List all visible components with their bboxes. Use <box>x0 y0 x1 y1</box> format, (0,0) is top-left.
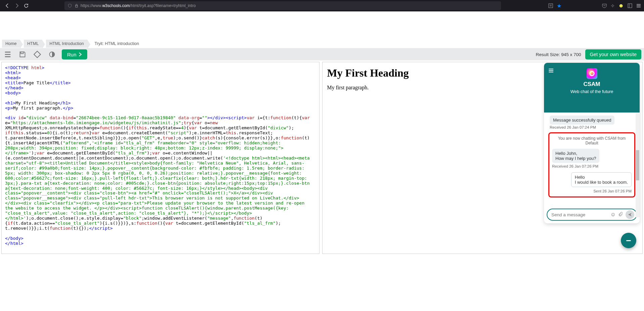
menu-icon[interactable] <box>3 49 13 59</box>
highlighted-region: You are now chatting with CSAM from Defa… <box>548 132 635 197</box>
chat-widget: CSAM Web chat of the future Message succ… <box>544 63 640 223</box>
shield-icon <box>68 4 72 8</box>
send-button[interactable] <box>626 210 634 219</box>
split-panes: <!DOCTYPE html> <html> <head> <title>Pag… <box>0 60 644 255</box>
reload-button[interactable] <box>21 1 31 10</box>
attach-icon[interactable] <box>617 212 624 218</box>
emoji-icon[interactable]: ☺ <box>609 212 617 218</box>
status-bubble: Message successfully queued <box>550 116 614 125</box>
crumb-intro[interactable]: HTML Introduction <box>46 40 87 48</box>
breadcrumb: Home HTML HTML Introduction Tryit: HTML … <box>0 39 644 48</box>
theme-icon[interactable] <box>47 49 57 59</box>
sparkle-icon[interactable]: ✧ <box>610 3 615 9</box>
url-text: https://www.w3schools.com/html/tryit.asp… <box>81 3 196 8</box>
status-meta: Received 26 Jan 07:24 PM <box>550 125 634 129</box>
chat-input[interactable] <box>551 212 609 217</box>
svg-rect-1 <box>549 4 553 8</box>
get-website-button[interactable]: Get your own website <box>585 49 641 59</box>
svg-rect-3 <box>34 51 40 57</box>
status-block: Message successfully queued Received 26 … <box>550 116 634 129</box>
user-message: Hello I would like to book a room. <box>571 172 632 187</box>
chat-scrollbar[interactable] <box>636 113 640 217</box>
chat-body[interactable]: Message successfully queued Received 26 … <box>544 113 640 207</box>
result-size: Result Size: 945 x 700 <box>536 52 581 57</box>
url-bar[interactable]: https://www.w3schools.com/html/tryit.asp… <box>64 1 501 10</box>
bot-meta: Received 26 Jan 07:26 PM <box>552 164 632 168</box>
chat-info: You are now chatting with CSAM from Defa… <box>552 136 632 145</box>
scrollbar-thumb[interactable] <box>636 150 639 180</box>
bot-message: Hello John, How may I help you? <box>552 149 599 163</box>
chat-subtitle: Web chat of the future <box>547 89 636 94</box>
sidebar-icon[interactable] <box>627 3 633 8</box>
chat-title: CSAM <box>547 81 636 88</box>
code-editor[interactable]: <!DOCTYPE html> <html> <head> <title>Pag… <box>1 62 319 254</box>
crumb-home[interactable]: Home <box>2 40 20 48</box>
face-icon[interactable]: ☻ <box>618 3 624 9</box>
crumb-html[interactable]: HTML <box>24 40 42 48</box>
svg-rect-2 <box>628 4 632 8</box>
ad-space <box>0 11 644 39</box>
chat-fab[interactable] <box>621 233 636 248</box>
save-icon[interactable] <box>17 49 28 59</box>
run-button[interactable]: Run <box>62 49 87 59</box>
svg-point-5 <box>590 72 594 76</box>
toolbar: Run Result Size: 945 x 700 Get your own … <box>0 48 644 60</box>
forward-button[interactable] <box>12 1 21 10</box>
bookmark-star-icon[interactable]: ★ <box>557 3 561 9</box>
chrome-actions: ★ ✧ ☻ <box>548 3 641 9</box>
lock-icon <box>75 3 79 8</box>
rotate-icon[interactable] <box>32 49 42 59</box>
crumb-current: Tryit: HTML introduction <box>91 40 142 48</box>
user-meta: Sent 26 Jan 07:26 PM <box>552 187 632 193</box>
svg-rect-0 <box>76 5 78 7</box>
chat-input-row: ☺ <box>547 209 637 221</box>
chat-menu-icon[interactable] <box>548 68 554 75</box>
reader-icon[interactable] <box>548 3 553 8</box>
chat-logo <box>587 68 597 79</box>
pocket-icon[interactable] <box>602 3 607 8</box>
hamburger-icon[interactable] <box>636 3 641 8</box>
result-frame: My First Heading My first paragraph. CSA… <box>322 62 643 254</box>
back-button[interactable] <box>3 1 12 10</box>
browser-chrome: https://www.w3schools.com/html/tryit.asp… <box>0 0 644 11</box>
chat-header: CSAM Web chat of the future <box>544 63 640 113</box>
